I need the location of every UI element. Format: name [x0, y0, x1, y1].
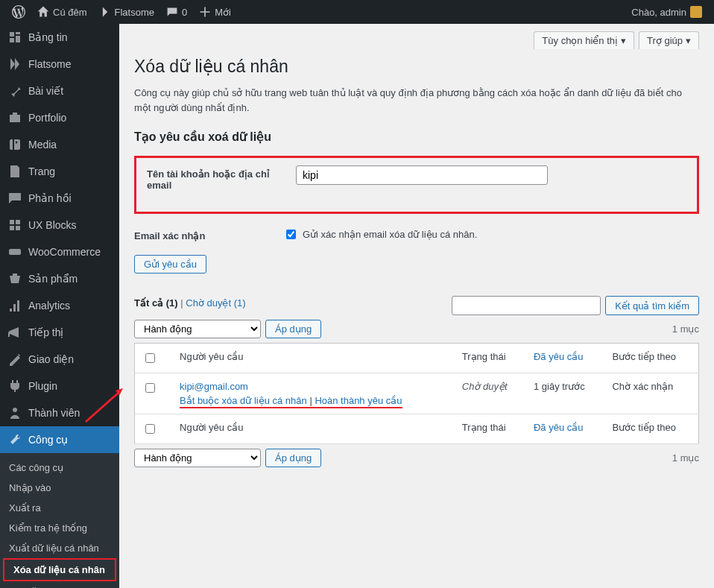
filter-all[interactable]: Tất cả (1) [134, 297, 178, 309]
svg-rect-4 [9, 249, 21, 255]
bulk-action-select-bottom[interactable]: Hành động [134, 449, 261, 467]
action-complete[interactable]: Hoàn thành yêu cầu [315, 395, 402, 406]
admin-sidebar: Bảng tinFlatsomeBài viếtPortfolioMediaTr… [0, 24, 119, 588]
dashboard-icon [7, 30, 22, 45]
bulk-apply-bottom[interactable]: Áp dụng [265, 449, 321, 467]
screen-options-toggle[interactable]: Tùy chọn hiển thị ▾ [534, 31, 634, 49]
status-filters: Tất cả (1) | Chờ duyệt (1) [134, 297, 246, 309]
avatar [690, 6, 702, 18]
block-icon [7, 218, 22, 233]
analytics-icon [7, 298, 22, 313]
chevron-down-icon: ▾ [621, 35, 626, 46]
woo-icon [7, 244, 22, 259]
action-force-erase[interactable]: Bắt buộc xóa dữ liệu cá nhân [180, 395, 307, 406]
users-icon [7, 405, 22, 420]
search-button[interactable]: Kết quả tìm kiếm [605, 296, 699, 315]
table-row: kipi@gmail.com Bắt buộc xóa dữ liệu cá n… [135, 373, 699, 414]
menu-tools[interactable]: Công cụ [0, 426, 119, 453]
submenu-item[interactable]: Các công cụ [0, 458, 119, 478]
username-email-label: Tên tài khoản hoặc địa chỉ email [147, 165, 296, 191]
flatsome-icon [7, 57, 22, 72]
plus-icon [199, 6, 211, 18]
username-email-input[interactable] [296, 165, 548, 185]
pin-icon [7, 83, 22, 98]
svg-point-5 [13, 408, 17, 412]
row-next: Chờ xác nhận [604, 373, 698, 414]
submenu-item[interactable]: Nhập vào [0, 478, 119, 498]
comment-icon [166, 6, 178, 18]
home-icon [37, 6, 49, 18]
menu-media[interactable]: Media [0, 131, 119, 158]
page-description: Công cụ này giúp chủ sở hữu trang web tu… [134, 86, 699, 115]
menu-product[interactable]: Sản phẩm [0, 265, 119, 292]
submenu-item[interactable]: Xuất ra [0, 498, 119, 518]
menu-portfolio[interactable]: Portfolio [0, 104, 119, 131]
item-count-top: 1 mục [672, 323, 699, 335]
submenu-item[interactable]: Kiểm tra hệ thống [0, 518, 119, 538]
tools-submenu: Các công cụNhập vàoXuất raKiểm tra hệ th… [0, 453, 119, 588]
col-requested-sort-bottom[interactable]: Đã yêu cầu [534, 422, 584, 433]
marketing-icon [7, 325, 22, 340]
submenu-item[interactable]: Cài đặt mạng [0, 581, 119, 588]
menu-appearance[interactable]: Giao diện [0, 346, 119, 373]
col-status: Trạng thái [455, 344, 526, 373]
wordpress-icon [12, 5, 25, 19]
page-icon [7, 164, 22, 179]
menu-flatsome[interactable]: Flatsome [0, 51, 119, 78]
media-icon [7, 137, 22, 152]
wp-logo[interactable] [6, 0, 31, 24]
account-menu[interactable]: Chào, admin [625, 0, 708, 24]
new-content[interactable]: Mới [193, 0, 237, 24]
menu-users[interactable]: Thành viên [0, 399, 119, 426]
menu-woo[interactable]: WooCommerce [0, 238, 119, 265]
submenu-item[interactable]: Xóa dữ liệu cá nhân [3, 558, 116, 581]
chevron-down-icon: ▾ [686, 35, 691, 46]
menu-comment[interactable]: Phản hồi [0, 185, 119, 212]
menu-marketing[interactable]: Tiếp thị [0, 319, 119, 346]
bulk-apply-top[interactable]: Áp dụng [265, 320, 321, 338]
menu-page[interactable]: Trang [0, 158, 119, 185]
section-heading: Tạo yêu cầu xoá dữ liệu [134, 130, 699, 144]
requester-email[interactable]: kipi@gmail.com [180, 381, 248, 392]
requests-table: Người yêu cầu Trạng thái Đã yêu cầu Bước… [134, 343, 699, 444]
select-all-bottom[interactable] [145, 424, 155, 434]
confirm-email-label: Email xác nhận [134, 227, 283, 241]
highlighted-form-row: Tên tài khoản hoặc địa chỉ email [134, 156, 699, 214]
svg-rect-3 [16, 226, 20, 230]
menu-block[interactable]: UX Blocks [0, 212, 119, 238]
row-status: Chờ duyệt [455, 373, 526, 414]
svg-rect-2 [10, 226, 14, 230]
portfolio-icon [7, 110, 22, 125]
bulk-action-select-top[interactable]: Hành động [134, 320, 261, 338]
select-all-top[interactable] [145, 353, 155, 363]
submit-request-button[interactable]: Gửi yêu cầu [134, 255, 206, 274]
item-count-bottom: 1 mục [672, 452, 699, 464]
col-next: Bước tiếp theo [604, 344, 698, 373]
customize-link[interactable]: Flatsome [93, 0, 160, 24]
col-requested-sort[interactable]: Đã yêu cầu [534, 351, 584, 362]
submenu-item[interactable]: Xuất dữ liệu cá nhân [0, 538, 119, 558]
confirm-email-checkbox[interactable] [286, 230, 296, 239]
svg-rect-0 [10, 220, 14, 224]
plugin-icon [7, 379, 22, 393]
admin-toolbar: Cú đêm Flatsome 0 Mới Chào, admin [0, 0, 714, 24]
appearance-icon [7, 352, 22, 367]
menu-plugin[interactable]: Plugin [0, 373, 119, 399]
site-home[interactable]: Cú đêm [31, 0, 93, 24]
col-requester: Người yêu cầu [172, 344, 455, 373]
tools-icon [7, 432, 22, 447]
confirm-email-text: Gửi xác nhận email xóa dữ liệu cá nhân. [303, 229, 477, 240]
comments-link[interactable]: 0 [160, 0, 193, 24]
filter-pending[interactable]: Chờ duyệt (1) [186, 297, 245, 309]
menu-pin[interactable]: Bài viết [0, 78, 119, 104]
help-toggle[interactable]: Trợ giúp ▾ [639, 31, 699, 49]
product-icon [7, 271, 22, 286]
menu-analytics[interactable]: Analytics [0, 292, 119, 319]
menu-dashboard[interactable]: Bảng tin [0, 24, 119, 51]
search-input[interactable] [452, 296, 601, 315]
page-title: Xóa dữ liệu cá nhân [134, 57, 699, 77]
content-area: Tùy chọn hiển thị ▾ Trợ giúp ▾ Xóa dữ li… [119, 24, 714, 588]
row-checkbox[interactable] [145, 383, 155, 393]
row-requested: 1 giây trước [526, 373, 605, 414]
site-name: Cú đêm [53, 7, 87, 18]
